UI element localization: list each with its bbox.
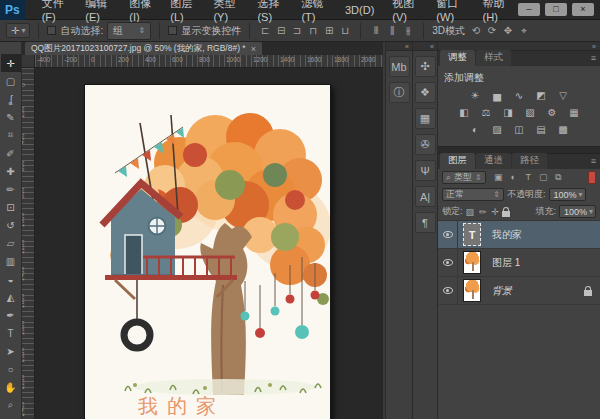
filter-pixel-layers-icon[interactable]: ▣ — [493, 172, 504, 183]
levels-icon[interactable]: ▅ — [490, 89, 505, 101]
menu-item[interactable]: 视图(V) — [383, 0, 427, 23]
panel-tab[interactable]: 调整 — [440, 50, 475, 66]
invert-icon[interactable]: ◐ — [468, 123, 483, 135]
crop-tool[interactable]: ⌗ — [1, 126, 21, 144]
swatches-panel-icon[interactable]: ❖ — [415, 82, 436, 103]
lasso-tool[interactable]: ʆ — [1, 90, 21, 108]
layer-thumbnail[interactable] — [463, 251, 481, 274]
maximize-button[interactable]: □ — [545, 3, 567, 16]
color-panel-icon[interactable]: ▦ — [415, 108, 436, 129]
info-panel-icon[interactable]: ⓘ — [389, 82, 410, 103]
3d-roll-icon[interactable]: ⟳ — [485, 25, 499, 37]
mini-bridge-panel-icon[interactable]: Mb — [389, 56, 410, 77]
pen-tool[interactable]: ✒ — [1, 306, 21, 324]
menu-item[interactable]: 文件(F) — [33, 0, 77, 23]
align-right-edges-icon[interactable]: ⊐ — [290, 25, 304, 36]
vibrance-icon[interactable]: ▽ — [556, 89, 571, 101]
panel-menu-icon[interactable]: ≡ — [591, 156, 596, 166]
photo-filter-icon[interactable]: ▧ — [523, 106, 538, 118]
distribute-center-icon[interactable]: ⫼ — [385, 25, 399, 37]
brush-tool[interactable]: ✏ — [1, 180, 21, 198]
visibility-toggle[interactable] — [438, 221, 458, 248]
text-layer-thumbnail[interactable]: T — [463, 223, 481, 246]
menu-item[interactable]: 图层(L) — [161, 0, 204, 23]
document-tab[interactable]: QQ图片20171023100727.jpg @ 50% (我的家, RGB/8… — [25, 42, 262, 55]
marquee-tool[interactable]: ▢ — [1, 72, 21, 90]
auto-select-checkbox[interactable] — [47, 26, 56, 35]
minimize-button[interactable]: – — [518, 3, 540, 16]
align-vertical-centers-icon[interactable]: ⊞ — [322, 25, 336, 36]
threshold-icon[interactable]: ◫ — [512, 123, 527, 135]
distribute-left-icon[interactable]: ⫴ — [369, 25, 383, 37]
panel-tab[interactable]: 样式 — [476, 50, 511, 66]
menu-item[interactable]: 类型(Y) — [204, 0, 248, 23]
align-top-edges-icon[interactable]: ⊓ — [306, 25, 320, 36]
black-white-icon[interactable]: ◨ — [501, 106, 516, 118]
align-horizontal-centers-icon[interactable]: ⊟ — [274, 25, 288, 36]
channel-mixer-icon[interactable]: ⚙ — [545, 106, 560, 118]
type-tool[interactable]: T — [1, 324, 21, 342]
canvas[interactable]: 我的家 — [84, 84, 331, 419]
auto-select-dropdown[interactable]: 组 ⇕ — [107, 22, 151, 40]
menu-item[interactable]: 滤镜(T) — [292, 0, 336, 23]
blend-mode-dropdown[interactable]: 正常 ⇕ — [442, 188, 504, 201]
menu-item[interactable]: 选择(S) — [248, 0, 292, 23]
opacity-field[interactable]: 100% ▾ — [549, 188, 586, 201]
brightness-contrast-icon[interactable]: ☀ — [468, 89, 483, 101]
lock-position-icon[interactable]: ✛ — [492, 207, 500, 217]
dodge-tool[interactable]: ◭ — [1, 288, 21, 306]
align-bottom-edges-icon[interactable]: ⊔ — [338, 25, 352, 36]
dock-collapse-arrows[interactable]: « — [386, 42, 412, 51]
color-lookup-icon[interactable]: ▦ — [567, 106, 582, 118]
clone-stamp-tool[interactable]: ⊡ — [1, 198, 21, 216]
3d-drag-icon[interactable]: ✥ — [501, 25, 515, 37]
layer-row-image[interactable]: 图层 1 — [438, 249, 600, 277]
layer-row-text[interactable]: T 我的家 — [438, 221, 600, 249]
clone-source-panel-icon[interactable]: Ψ — [415, 160, 436, 181]
color-balance-icon[interactable]: ⚖ — [479, 106, 494, 118]
lock-transparency-icon[interactable]: ▨ — [466, 207, 475, 217]
menu-item[interactable]: 窗口(W) — [427, 0, 473, 23]
hand-tool[interactable]: ✋ — [1, 378, 21, 396]
posterize-icon[interactable]: ▨ — [490, 123, 505, 135]
distribute-right-icon[interactable]: ⫵ — [401, 25, 415, 37]
zoom-tool[interactable]: ⌕ — [1, 396, 21, 414]
move-tool[interactable]: ✛ — [1, 54, 21, 72]
current-tool-button[interactable]: ✛ ▾ — [6, 23, 30, 38]
panel-tab[interactable]: 通道 — [476, 153, 511, 169]
fill-field[interactable]: 100% ▾ — [559, 205, 596, 218]
shape-tool[interactable]: ○ — [1, 360, 21, 378]
close-button[interactable]: × — [572, 3, 594, 16]
visibility-toggle[interactable] — [438, 249, 458, 276]
paragraph-panel-icon[interactable]: ¶ — [415, 212, 436, 233]
healing-brush-tool[interactable]: ✚ — [1, 162, 21, 180]
lock-all-icon[interactable] — [502, 211, 510, 217]
exposure-icon[interactable]: ◩ — [534, 89, 549, 101]
menu-item[interactable]: 图像(I) — [120, 0, 161, 23]
tool-presets-panel-icon[interactable]: ✇ — [415, 134, 436, 155]
filter-adjustment-layers-icon[interactable]: ◐ — [508, 172, 519, 183]
filter-shape-layers-icon[interactable]: ▢ — [538, 172, 549, 183]
blur-tool[interactable]: ◒ — [1, 270, 21, 288]
history-brush-tool[interactable]: ↺ — [1, 216, 21, 234]
layer-filter-dropdown[interactable]: ⌕ 类型 ⇕ — [442, 171, 486, 184]
menu-item[interactable]: 编辑(E) — [76, 0, 120, 23]
path-selection-tool[interactable]: ➤ — [1, 342, 21, 360]
menu-item[interactable]: 3D(D) — [336, 4, 383, 16]
eraser-tool[interactable]: ▱ — [1, 234, 21, 252]
gradient-map-icon[interactable]: ▤ — [534, 123, 549, 135]
panel-tab[interactable]: 图层 — [440, 153, 475, 169]
menu-item[interactable]: 帮助(H) — [474, 0, 518, 23]
visibility-toggle[interactable] — [438, 277, 458, 304]
filter-smart-objects-icon[interactable]: ⧉ — [553, 172, 564, 183]
layer-thumbnail[interactable] — [463, 279, 481, 302]
hue-saturation-icon[interactable]: ◧ — [457, 106, 472, 118]
brush-panel-icon[interactable]: ✣ — [415, 56, 436, 77]
character-panel-icon[interactable]: A| — [415, 186, 436, 207]
lock-pixels-icon[interactable]: ✏ — [479, 207, 487, 217]
tab-close-icon[interactable]: × — [251, 44, 256, 54]
3d-scale-icon[interactable]: ⌖ — [517, 25, 531, 37]
layer-filter-toggle[interactable] — [588, 171, 596, 184]
3d-rotate-icon[interactable]: ⟲ — [469, 25, 483, 37]
show-transform-checkbox[interactable] — [168, 26, 177, 35]
